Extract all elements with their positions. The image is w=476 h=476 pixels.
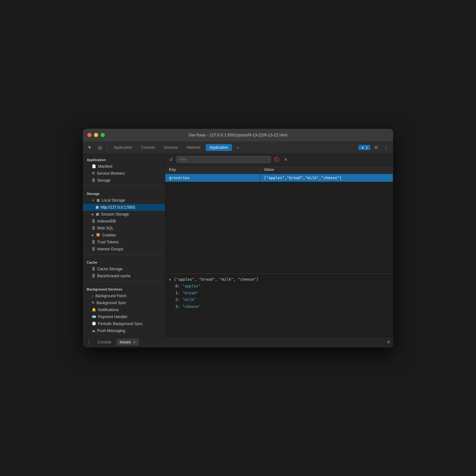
refresh-icon[interactable]: ↺ (168, 156, 174, 163)
bottom-dots-icon[interactable]: ⋮ (85, 339, 92, 345)
content-toolbar: ↺ 🚫 ✕ (165, 154, 393, 166)
sidebar-item-background-fetch[interactable]: ↕ Background Fetch (83, 292, 165, 299)
tab-more[interactable]: » (233, 144, 243, 151)
badge-count: 1 (366, 146, 368, 149)
maximize-button[interactable] (101, 133, 105, 137)
close-button[interactable] (87, 133, 91, 137)
close-filter-icon[interactable]: ✕ (283, 156, 289, 163)
preview-item-3: 3: "cheese" (169, 304, 389, 310)
tab-application[interactable]: Application (206, 144, 232, 151)
value-cell: ["apples","bread","milk","cheese"] (260, 174, 393, 182)
main-content: Application 📄 Manifest ⚙ Service Workers… (83, 154, 393, 337)
tab-network[interactable]: Network (183, 144, 204, 151)
divider-1 (83, 186, 165, 186)
sidebar-item-interest-groups[interactable]: 🗄 Interest Groups (83, 246, 165, 253)
cursor-tool-icon[interactable] (85, 143, 94, 152)
bell-icon: 🔔 (92, 308, 96, 312)
section-header-application: Application (83, 154, 165, 163)
table-header: Key Value (165, 166, 393, 174)
window-title: DevTools - 127.0.0.1:5501/posts/9-13-22/… (189, 133, 287, 137)
issues-tab-close[interactable]: ✕ (133, 340, 136, 344)
bottom-tab-issues[interactable]: Issues ✕ (116, 339, 139, 346)
db-icon: 🗄 (92, 178, 95, 182)
db-icon-7: 🗄 (92, 274, 95, 278)
traffic-lights (87, 133, 105, 137)
db-icon-6: 🗄 (92, 267, 95, 271)
sidebar-item-background-sync[interactable]: ↻ Background Sync (83, 299, 165, 306)
grid-icon-2: ▦ (96, 205, 99, 209)
table-row[interactable]: groceries ["apples","bread","milk","chee… (165, 174, 393, 182)
settings-icon[interactable]: ⚙ (372, 143, 380, 152)
sidebar-item-periodic-bg-sync[interactable]: 🕐 Periodic Background Sync (83, 320, 165, 327)
sidebar-item-notifications[interactable]: 🔔 Notifications (83, 306, 165, 313)
sidebar-item-indexeddb[interactable]: 🗄 IndexedDB (83, 218, 165, 225)
sidebar-item-cache-storage[interactable]: 🗄 Cache Storage (83, 266, 165, 272)
db-icon-2: 🗄 (92, 219, 95, 223)
table-area: Key Value groceries ["apples","bread","m… (165, 166, 393, 337)
divider-2 (83, 254, 165, 255)
sync-icon: ↻ (92, 301, 95, 305)
preview-item-2: 2: "milk" (169, 297, 389, 304)
sidebar-item-service-workers[interactable]: ⚙ Service Workers (83, 170, 165, 177)
toolbar: Application Console Sources Network Appl… (83, 141, 393, 154)
clear-filter-icon[interactable]: 🚫 (273, 156, 281, 163)
db-icon-4: 🗄 (92, 240, 95, 244)
expand-icon[interactable]: ▼ (169, 278, 171, 281)
section-header-storage: Storage (83, 188, 165, 197)
toolbar-separator (107, 144, 107, 151)
grid-icon: ▦ (97, 198, 100, 202)
sidebar-item-web-sql[interactable]: 🗄 Web SQL (83, 225, 165, 232)
header-key: Key (165, 166, 260, 174)
sidebar-item-payment-handler[interactable]: 🪪 Payment Handler (83, 313, 165, 320)
titlebar: DevTools - 127.0.0.1:5501/posts/9-13-22/… (83, 129, 393, 141)
more-options-icon[interactable]: ⋮ (382, 143, 391, 152)
sidebar-item-cookies[interactable]: ▶ 🍪 Cookies (83, 232, 165, 239)
device-toolbar-icon[interactable] (96, 143, 104, 152)
filter-input[interactable] (176, 156, 271, 163)
sidebar-item-session-storage[interactable]: ▶ ▦ Session Storage (83, 211, 165, 218)
issues-badge[interactable]: ■ 1 (358, 145, 370, 150)
sidebar: Application 📄 Manifest ⚙ Service Workers… (83, 154, 165, 337)
bottom-tab-console[interactable]: Console (94, 339, 115, 346)
bottom-close-icon[interactable]: ✕ (387, 340, 391, 345)
chevron-right-icon-2: ▶ (92, 234, 94, 237)
sidebar-item-localhost[interactable]: ▦ http://127.0.0.1:5501 (83, 204, 165, 211)
devtools-window: DevTools - 127.0.0.1:5501/posts/9-13-22/… (83, 129, 393, 348)
svg-rect-0 (98, 146, 100, 149)
tab-console[interactable]: Console (137, 144, 159, 151)
sidebar-item-storage[interactable]: 🗄 Storage (83, 177, 165, 184)
card-icon: 🪪 (92, 315, 96, 319)
bottom-bar: ⋮ Console Issues ✕ ✕ (83, 337, 393, 348)
table-body: groceries ["apples","bread","milk","chee… (165, 174, 393, 273)
db-icon-3: 🗄 (92, 226, 95, 230)
chevron-down-icon: ▼ (92, 199, 95, 202)
chevron-right-icon: ▶ (92, 213, 94, 216)
grid-icon-3: ▦ (96, 212, 99, 216)
cookie-icon: 🍪 (96, 233, 100, 237)
sidebar-item-manifest[interactable]: 📄 Manifest (83, 163, 165, 170)
svg-rect-1 (100, 147, 102, 149)
sidebar-item-push-messaging[interactable]: ☁ Push Messaging (83, 327, 165, 334)
db-icon-5: 🗄 (92, 247, 95, 251)
header-value: Value (260, 166, 393, 174)
toolbar-right: ■ 1 ⚙ ⋮ (358, 143, 391, 152)
sidebar-item-local-storage[interactable]: ▼ ▦ Local Storage (83, 197, 165, 204)
section-header-background-services: Background Services (83, 284, 165, 292)
sidebar-item-bfcache[interactable]: 🗄 Back/forward cache (83, 272, 165, 279)
preview-array-header[interactable]: ▼ ["apples", "bread", "milk", "cheese"] (169, 276, 389, 283)
arrow-updown-icon: ↕ (92, 294, 94, 298)
svg-text:■: ■ (362, 146, 363, 149)
file-icon: 📄 (92, 164, 96, 168)
sidebar-item-trust-tokens[interactable]: 🗄 Trust Tokens (83, 239, 165, 246)
divider-3 (83, 281, 165, 282)
tab-elements[interactable]: Application (110, 144, 136, 151)
content-panel: ↺ 🚫 ✕ Key Value groceries ["apples","bre… (165, 154, 393, 337)
gear-icon: ⚙ (92, 171, 95, 175)
minimize-button[interactable] (94, 133, 98, 137)
preview-item-1: 1: "bread" (169, 290, 389, 297)
key-cell: groceries (165, 174, 260, 182)
section-header-cache: Cache (83, 257, 165, 266)
cloud-icon: ☁ (92, 329, 95, 333)
tab-sources[interactable]: Sources (160, 144, 182, 151)
preview-item-0: 0: "apples" (169, 283, 389, 290)
